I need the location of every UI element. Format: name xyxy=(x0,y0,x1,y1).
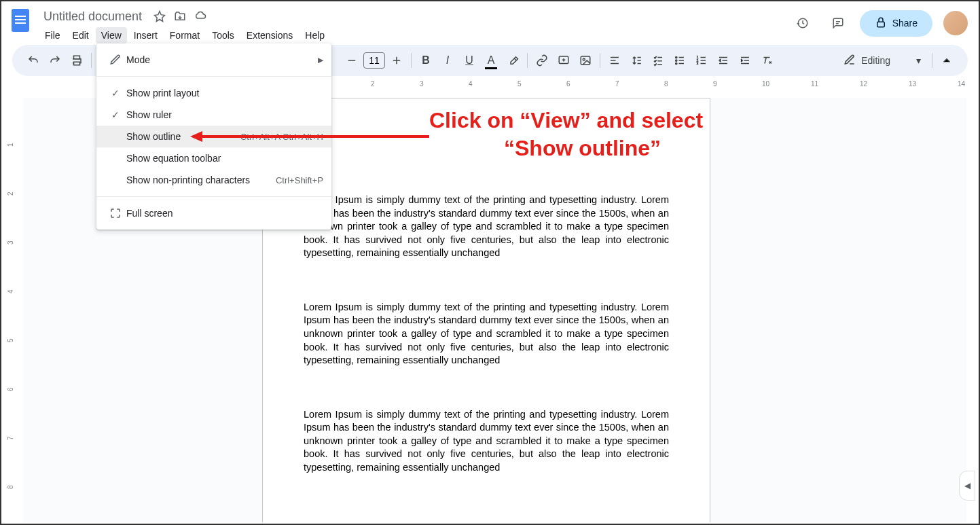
menu-help[interactable]: Help xyxy=(300,27,330,43)
history-icon[interactable] xyxy=(789,10,816,37)
menu-tools[interactable]: Tools xyxy=(206,27,240,43)
comments-icon[interactable] xyxy=(824,10,852,37)
numbered-list-button[interactable]: 123 xyxy=(691,50,712,71)
document-title[interactable]: Untitled document xyxy=(39,8,146,25)
view-menu-dropdown: Mode ▶ ✓ Show print layout ✓ Show ruler … xyxy=(96,43,331,230)
svg-rect-2 xyxy=(74,62,80,65)
italic-button[interactable]: I xyxy=(437,50,458,71)
font-size-increase[interactable] xyxy=(386,50,407,71)
text-color-button[interactable]: A xyxy=(481,50,501,71)
cloud-status-icon[interactable] xyxy=(194,10,207,23)
svg-rect-4 xyxy=(581,56,590,65)
undo-button[interactable] xyxy=(23,50,43,71)
star-icon[interactable] xyxy=(153,10,166,23)
paragraph[interactable]: Lorem Ipsum is simply dummy text of the … xyxy=(304,301,669,367)
share-label: Share xyxy=(892,18,918,29)
avatar[interactable] xyxy=(943,11,968,35)
hide-menus-button[interactable] xyxy=(937,50,957,71)
insert-image-button[interactable] xyxy=(575,50,596,71)
menu-mode-label: Mode xyxy=(126,54,318,65)
shortcut-label: Ctrl+Alt+A Ctrl+Alt+H xyxy=(240,132,323,142)
pencil-icon xyxy=(843,54,856,68)
menu-view[interactable]: View xyxy=(96,27,127,43)
insert-link-button[interactable] xyxy=(532,50,552,71)
menubar: File Edit View Insert Format Tools Exten… xyxy=(39,27,789,43)
separator xyxy=(96,196,331,197)
menu-extensions[interactable]: Extensions xyxy=(241,27,298,43)
font-size-input[interactable]: 11 xyxy=(363,52,385,69)
svg-rect-0 xyxy=(877,22,884,27)
menu-mode[interactable]: Mode ▶ xyxy=(96,49,331,71)
pencil-icon xyxy=(105,54,126,66)
print-button[interactable] xyxy=(67,50,87,71)
menu-file[interactable]: File xyxy=(39,27,66,43)
shortcut-label: Ctrl+Shift+P xyxy=(276,175,323,185)
menu-full-screen[interactable]: Full screen xyxy=(96,202,331,224)
highlight-button[interactable] xyxy=(503,50,523,71)
svg-point-5 xyxy=(583,58,585,60)
bold-button[interactable]: B xyxy=(416,50,436,71)
header: Untitled document File Edit View Insert … xyxy=(1,1,979,45)
menu-insert[interactable]: Insert xyxy=(128,27,163,43)
add-comment-button[interactable] xyxy=(553,50,574,71)
svg-point-7 xyxy=(676,60,677,61)
menu-show-print-layout[interactable]: ✓ Show print layout xyxy=(96,82,331,104)
font-size-group: 11 xyxy=(342,50,407,71)
share-button[interactable]: Share xyxy=(860,10,932,37)
redo-button[interactable] xyxy=(45,50,65,71)
paragraph[interactable]: Lorem Ipsum is simply dummy text of the … xyxy=(304,408,669,475)
caret-down-icon: ▾ xyxy=(916,55,921,66)
menu-edit[interactable]: Edit xyxy=(67,27,94,43)
docs-logo[interactable] xyxy=(7,7,34,34)
bulleted-list-button[interactable] xyxy=(670,50,690,71)
font-size-decrease[interactable] xyxy=(342,50,362,71)
checkmark-icon: ✓ xyxy=(105,109,126,120)
vertical-ruler[interactable]: 12345678 xyxy=(7,98,22,522)
separator xyxy=(96,76,331,77)
decrease-indent-button[interactable] xyxy=(713,50,733,71)
editing-label: Editing xyxy=(861,55,890,66)
menu-show-ruler[interactable]: ✓ Show ruler xyxy=(96,104,331,126)
clear-formatting-button[interactable] xyxy=(757,50,777,71)
underline-button[interactable]: U xyxy=(459,50,479,71)
side-panel-toggle[interactable]: ◀ xyxy=(959,471,975,501)
line-spacing-button[interactable] xyxy=(626,50,647,71)
menu-show-nonprinting[interactable]: Show non-printing characters Ctrl+Shift+… xyxy=(96,169,331,191)
align-button[interactable] xyxy=(604,50,625,71)
checkmark-icon: ✓ xyxy=(105,88,126,98)
checklist-button[interactable] xyxy=(648,50,668,71)
menu-show-equation-toolbar[interactable]: Show equation toolbar xyxy=(96,147,331,169)
increase-indent-button[interactable] xyxy=(735,50,755,71)
chevron-right-icon: ▶ xyxy=(318,56,323,65)
menu-show-outline[interactable]: Show outline Ctrl+Alt+A Ctrl+Alt+H xyxy=(96,126,331,147)
svg-text:3: 3 xyxy=(697,61,699,65)
menu-format[interactable]: Format xyxy=(164,27,205,43)
move-icon[interactable] xyxy=(173,10,187,23)
fullscreen-icon xyxy=(105,207,126,219)
paragraph[interactable]: Lorem Ipsum is simply dummy text of the … xyxy=(304,194,669,260)
svg-point-8 xyxy=(676,62,677,64)
svg-point-6 xyxy=(676,56,677,58)
lock-icon xyxy=(875,16,887,31)
editing-mode-button[interactable]: Editing ▾ xyxy=(837,51,928,71)
